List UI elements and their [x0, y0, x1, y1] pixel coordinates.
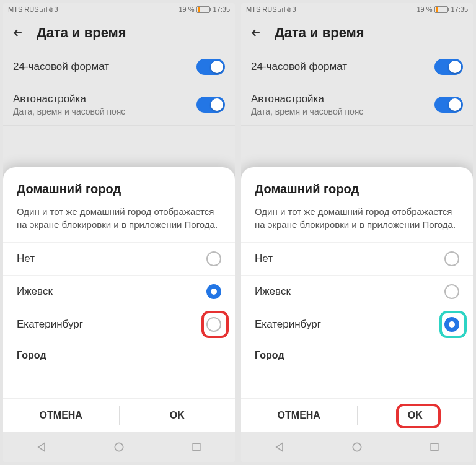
cancel-button[interactable]: ОТМЕНА — [3, 399, 119, 432]
battery-pct: 19 % — [416, 6, 432, 13]
option-none[interactable]: Нет — [3, 242, 235, 275]
ok-button[interactable]: OK — [120, 399, 236, 432]
nav-back-icon[interactable] — [273, 441, 286, 453]
setting-auto-label: Автонастройка — [251, 93, 363, 105]
battery-icon — [434, 6, 448, 13]
time-label: 17:35 — [213, 6, 230, 13]
city-row[interactable]: Город — [241, 341, 473, 373]
back-icon[interactable] — [12, 27, 24, 39]
setting-24h-label: 24-часовой формат — [251, 61, 347, 73]
option-izhevsk-label: Ижевск — [17, 285, 53, 298]
nav-recent-icon[interactable] — [190, 441, 203, 453]
svg-point-0 — [115, 443, 123, 451]
dialog-buttons: ОТМЕНА OK — [3, 398, 235, 432]
time-label: 17:35 — [451, 6, 468, 13]
home-city-dialog: Домашний город Один и тот же домашний го… — [3, 167, 235, 432]
sim-label: 3 — [55, 6, 58, 13]
dialog-overlay: Домашний город Один и тот же домашний го… — [3, 133, 235, 432]
dialog-desc: Один и тот же домашний город отображаетс… — [241, 205, 473, 242]
carrier-label: MTS RUS — [8, 6, 39, 13]
radio-izhevsk[interactable] — [206, 284, 221, 299]
option-none[interactable]: Нет — [241, 242, 473, 275]
page-title: Дата и время — [37, 25, 126, 41]
city-label: Город — [255, 350, 459, 361]
option-ekb-label: Екатеринбург — [17, 318, 83, 331]
option-ekb[interactable]: Екатеринбург — [241, 308, 473, 341]
nav-back-icon[interactable] — [35, 441, 48, 453]
setting-24h-label: 24-часовой формат — [13, 61, 109, 73]
toggle-24h[interactable] — [434, 59, 463, 75]
toggle-auto[interactable] — [434, 97, 463, 113]
setting-auto-sub: Дата, время и часовой пояс — [251, 106, 363, 116]
carrier-label: MTS RUS — [246, 6, 277, 13]
option-ekb[interactable]: Екатеринбург — [3, 308, 235, 341]
setting-auto-label: Автонастройка — [13, 93, 125, 105]
header: Дата и время — [3, 15, 235, 50]
battery-pct: 19 % — [178, 6, 194, 13]
nav-home-icon[interactable] — [113, 441, 125, 453]
svg-rect-3 — [431, 443, 438, 451]
nav-recent-icon[interactable] — [428, 441, 441, 453]
radio-ekb[interactable] — [206, 317, 221, 332]
status-bar: MTS RUS ⊚ 3 19 % 17:35 — [3, 3, 235, 15]
radio-none[interactable] — [444, 251, 459, 266]
battery-icon — [196, 6, 210, 13]
option-ekb-label: Екатеринбург — [255, 318, 321, 331]
svg-rect-1 — [193, 443, 200, 451]
status-bar: MTS RUS ⊚ 3 19 % 17:35 — [241, 3, 473, 15]
page-title: Дата и время — [275, 25, 364, 41]
nav-bar — [3, 432, 235, 462]
back-icon[interactable] — [250, 27, 262, 39]
option-izhevsk[interactable]: Ижевск — [3, 275, 235, 308]
signal-icon — [278, 6, 285, 12]
setting-auto-sub: Дата, время и часовой пояс — [13, 106, 125, 116]
cancel-button[interactable]: ОТМЕНА — [241, 399, 357, 432]
dialog-buttons: ОТМЕНА OK — [241, 398, 473, 432]
radio-izhevsk[interactable] — [444, 284, 459, 299]
option-none-label: Нет — [17, 253, 35, 265]
setting-24h[interactable]: 24-часовой формат — [3, 50, 235, 84]
sim-label: 3 — [293, 6, 296, 13]
signal-icon — [40, 6, 47, 12]
dialog-title: Домашний город — [241, 182, 473, 205]
phone-left: MTS RUS ⊚ 3 19 % 17:35 Дата и время 24-ч… — [3, 3, 235, 462]
wifi-icon: ⊚ — [48, 6, 53, 13]
dialog-title: Домашний город — [3, 182, 235, 205]
ok-button[interactable]: OK — [358, 399, 474, 432]
setting-24h[interactable]: 24-часовой формат — [241, 50, 473, 84]
setting-auto[interactable]: Автонастройка Дата, время и часовой пояс — [3, 84, 235, 126]
option-izhevsk[interactable]: Ижевск — [241, 275, 473, 308]
toggle-24h[interactable] — [196, 59, 225, 75]
setting-auto[interactable]: Автонастройка Дата, время и часовой пояс — [241, 84, 473, 126]
home-city-dialog: Домашний город Один и тот же домашний го… — [241, 167, 473, 432]
radio-none[interactable] — [206, 251, 221, 266]
dialog-overlay: Домашний город Один и тот же домашний го… — [241, 133, 473, 432]
option-none-label: Нет — [255, 253, 273, 265]
radio-ekb[interactable] — [444, 317, 459, 332]
dialog-desc: Один и тот же домашний город отображаетс… — [3, 205, 235, 242]
wifi-icon: ⊚ — [286, 6, 291, 13]
nav-home-icon[interactable] — [351, 441, 363, 453]
header: Дата и время — [241, 15, 473, 50]
city-label: Город — [17, 350, 221, 361]
svg-point-2 — [353, 443, 361, 451]
phone-right: MTS RUS ⊚ 3 19 % 17:35 Дата и время 24-ч… — [241, 3, 473, 462]
toggle-auto[interactable] — [196, 97, 225, 113]
city-row[interactable]: Город — [3, 341, 235, 373]
option-izhevsk-label: Ижевск — [255, 285, 291, 298]
nav-bar — [241, 432, 473, 462]
